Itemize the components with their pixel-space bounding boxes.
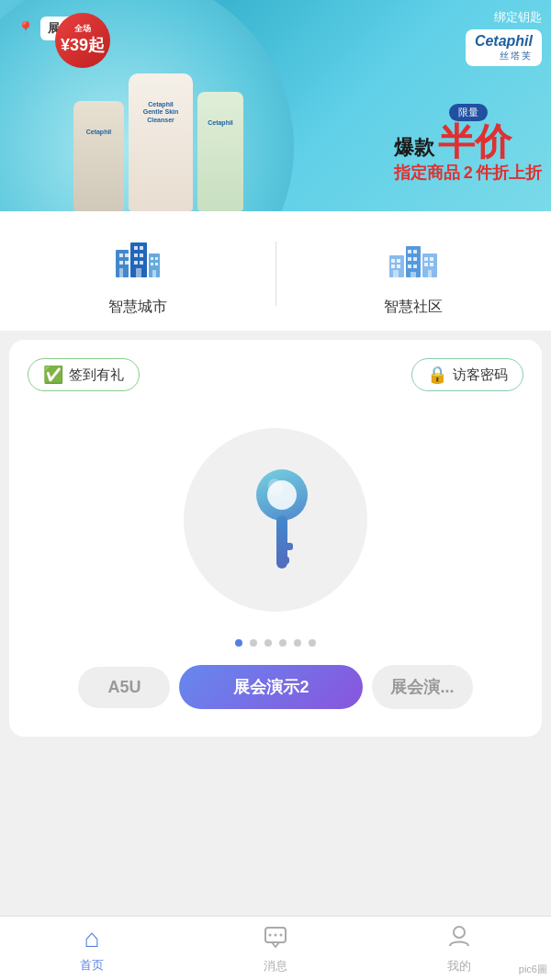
cetaphil-brand: Cetaphil — [475, 33, 533, 50]
svg-rect-23 — [391, 265, 395, 268]
svg-rect-12 — [140, 261, 143, 265]
svg-rect-15 — [151, 257, 153, 260]
svg-rect-44 — [276, 557, 289, 564]
svg-point-50 — [454, 927, 465, 938]
svg-point-49 — [280, 933, 283, 936]
price-value: ¥39起 — [61, 35, 105, 56]
key-icon — [225, 460, 326, 580]
svg-rect-18 — [155, 263, 158, 265]
svg-rect-1 — [119, 253, 123, 257]
svg-rect-10 — [140, 253, 143, 257]
svg-point-48 — [275, 933, 277, 936]
category-smart-community[interactable]: 智慧社区 — [276, 230, 552, 317]
dot-5 — [294, 639, 301, 647]
dot-3 — [264, 639, 272, 647]
promo-sub: 指定商品 2 件折上折 — [394, 162, 542, 184]
svg-rect-17 — [151, 263, 153, 265]
category-smart-city[interactable]: 智慧城市 — [0, 230, 276, 317]
location-icon: 📍 — [17, 20, 35, 38]
banner-right: 绑定钥匙 Cetaphil 丝塔芙 — [466, 9, 542, 66]
venue-a5u[interactable]: A5U — [78, 667, 170, 708]
banner: 📍 展会 全场 ¥39起 绑定钥匙 Cetaphil 丝塔芙 Cetaphil … — [0, 0, 551, 211]
nav-message[interactable]: 消息 — [184, 917, 367, 980]
svg-rect-39 — [428, 270, 432, 277]
svg-rect-32 — [413, 265, 417, 268]
svg-rect-43 — [276, 543, 293, 550]
checkin-label: 签到有礼 — [69, 366, 124, 384]
svg-rect-4 — [125, 261, 129, 265]
venue-demo3[interactable]: 展会演... — [372, 665, 472, 709]
smart-city-icon — [108, 230, 167, 288]
visitor-label: 访客密码 — [453, 366, 508, 384]
cetaphil-sub: 丝塔芙 — [475, 50, 533, 62]
promo-main: 爆款 半价 — [394, 123, 542, 162]
price-badge: 全场 ¥39起 — [55, 13, 110, 68]
svg-rect-13 — [136, 268, 141, 277]
banner-products: Cetaphil CetaphilGentle SkinCleanser Cet… — [73, 73, 243, 211]
svg-rect-28 — [413, 250, 417, 253]
check-icon: ✅ — [43, 365, 63, 385]
home-icon: ⌂ — [84, 924, 100, 953]
svg-rect-38 — [430, 263, 433, 266]
nav-home[interactable]: ⌂ 首页 — [0, 917, 184, 980]
main-panel: ✅ 签到有礼 🔒 访客密码 — [9, 340, 542, 737]
dot-6 — [309, 639, 316, 647]
dot-4 — [279, 639, 287, 647]
nav-message-label: 消息 — [264, 958, 287, 974]
profile-icon — [446, 923, 472, 954]
product-bottle-2: CetaphilGentle SkinCleanser — [129, 73, 193, 211]
svg-rect-2 — [125, 253, 129, 257]
bottom-nav: ⌂ 首页 消息 我的 — [0, 916, 551, 980]
svg-rect-31 — [408, 265, 411, 268]
svg-rect-33 — [410, 272, 416, 277]
svg-rect-21 — [391, 259, 395, 263]
promo-boom: 爆款 — [394, 134, 434, 162]
categories-section: 智慧城市 — [0, 211, 551, 331]
svg-rect-5 — [119, 268, 123, 277]
promo-limited: 限量 — [449, 104, 488, 121]
product-bottle-1: Cetaphil — [73, 101, 124, 211]
svg-rect-37 — [424, 263, 428, 266]
visitor-badge[interactable]: 🔒 访客密码 — [411, 358, 523, 391]
promo-half: 半价 — [438, 123, 512, 160]
watermark: pic6圖 — [519, 963, 547, 976]
svg-rect-30 — [413, 257, 417, 261]
panel-actions: ✅ 签到有礼 🔒 访客密码 — [28, 358, 523, 391]
promo-sub-text: 指定商品 — [394, 163, 460, 182]
promo-sub-rest: 件折上折 — [476, 163, 542, 182]
svg-rect-29 — [408, 257, 411, 261]
lock-icon: 🔒 — [427, 365, 447, 385]
svg-rect-16 — [155, 257, 158, 260]
key-area[interactable] — [28, 410, 523, 639]
svg-rect-36 — [430, 257, 433, 261]
nav-home-label: 首页 — [80, 957, 104, 974]
nav-profile-label: 我的 — [447, 958, 471, 974]
svg-point-47 — [269, 933, 272, 936]
svg-rect-27 — [408, 250, 411, 253]
dot-2 — [250, 639, 257, 647]
cetaphil-logo: Cetaphil 丝塔芙 — [466, 29, 542, 66]
smart-city-label: 智慧城市 — [108, 298, 167, 317]
dot-1 — [235, 639, 242, 647]
banner-promo: 限量 爆款 半价 指定商品 2 件折上折 — [394, 103, 542, 184]
smart-community-label: 智慧社区 — [384, 298, 443, 317]
smart-community-icon — [384, 230, 443, 288]
promo-sub-num: 2 — [464, 163, 473, 182]
product-bottle-3: Cetaphil — [197, 92, 243, 211]
svg-rect-11 — [134, 261, 138, 265]
checkin-badge[interactable]: ✅ 签到有礼 — [28, 358, 140, 391]
svg-rect-22 — [397, 259, 400, 263]
svg-rect-8 — [140, 246, 143, 250]
venue-row: A5U 展会演示2 展会演... — [28, 665, 523, 709]
dots-indicator — [28, 639, 523, 647]
svg-rect-3 — [119, 261, 123, 265]
svg-rect-19 — [152, 270, 156, 277]
price-from: 全场 — [74, 24, 91, 35]
venue-demo2[interactable]: 展会演示2 — [179, 665, 363, 709]
svg-rect-9 — [134, 253, 138, 257]
message-icon — [263, 923, 288, 954]
svg-rect-35 — [424, 257, 428, 261]
bind-key-label: 绑定钥匙 — [466, 9, 542, 26]
svg-rect-25 — [393, 270, 399, 277]
svg-rect-7 — [134, 246, 138, 250]
